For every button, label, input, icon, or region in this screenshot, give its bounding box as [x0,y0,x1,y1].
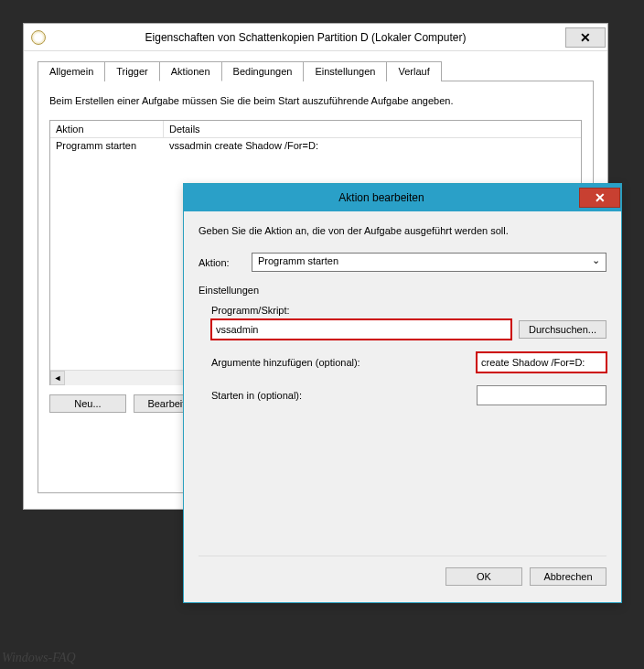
child-close-button[interactable]: ✕ [579,188,620,208]
arguments-row: Argumente hinzufügen (optional): [211,352,606,372]
clock-icon [31,30,46,45]
child-window-title: Aktion bearbeiten [184,191,579,204]
program-label: Programm/Skript: [211,305,606,316]
tab-einstellungen[interactable]: Einstellungen [303,61,387,81]
startin-input[interactable] [477,385,606,405]
tab-allgemein[interactable]: Allgemein [38,61,105,81]
child-footer: OK Abbrechen [199,556,606,586]
settings-group: Programm/Skript: Durchsuchen... Argument… [199,305,606,405]
startin-row: Starten in (optional): [211,385,606,405]
new-button[interactable]: Neu... [49,394,126,413]
action-row: Aktion: Programm starten [199,253,606,272]
tab-trigger[interactable]: Trigger [104,61,159,81]
startin-label: Starten in (optional): [211,390,302,401]
scroll-left-icon[interactable]: ◄ [50,371,65,385]
spacer [199,418,606,546]
tab-bar: Allgemein Trigger Aktionen Bedingungen E… [38,60,594,81]
col-aktion[interactable]: Aktion [50,121,164,137]
list-item[interactable]: Programm starten vssadmin create Shadow … [50,138,581,153]
cancel-button[interactable]: Abbrechen [530,567,606,586]
titlebar: Eigenschaften von Schattenkopien Partiti… [24,24,607,51]
instructions-text: Beim Erstellen einer Aufgabe müssen Sie … [49,95,582,106]
edit-action-dialog: Aktion bearbeiten ✕ Geben Sie die Aktion… [183,183,622,603]
close-icon: ✕ [595,190,606,205]
child-body: Geben Sie die Aktion an, die von der Auf… [184,211,621,602]
tab-bedingungen[interactable]: Bedingungen [221,61,305,81]
ok-button[interactable]: OK [445,567,522,586]
cell-details: vssadmin create Shadow /For=D: [164,138,581,153]
tab-aktionen[interactable]: Aktionen [159,61,222,81]
tab-verlauf[interactable]: Verlauf [386,61,441,81]
window-title: Eigenschaften von Schattenkopien Partiti… [46,31,565,44]
program-row: Durchsuchen... [211,319,606,340]
close-button[interactable]: ✕ [565,27,606,48]
list-header: Aktion Details [50,121,581,138]
aktion-label: Aktion: [199,257,242,268]
col-details[interactable]: Details [164,121,581,137]
arguments-label: Argumente hinzufügen (optional): [211,357,360,368]
browse-button[interactable]: Durchsuchen... [519,320,606,339]
arguments-input[interactable] [477,352,606,372]
watermark-text: Windows-FAQ [2,651,76,665]
close-icon: ✕ [580,30,591,45]
child-description: Geben Sie die Aktion an, die von der Auf… [199,225,606,236]
aktion-select[interactable]: Programm starten [252,253,606,272]
settings-heading: Einstellungen [199,285,606,296]
program-input[interactable] [211,319,511,340]
child-titlebar: Aktion bearbeiten ✕ [184,184,621,211]
cell-aktion: Programm starten [50,138,164,153]
